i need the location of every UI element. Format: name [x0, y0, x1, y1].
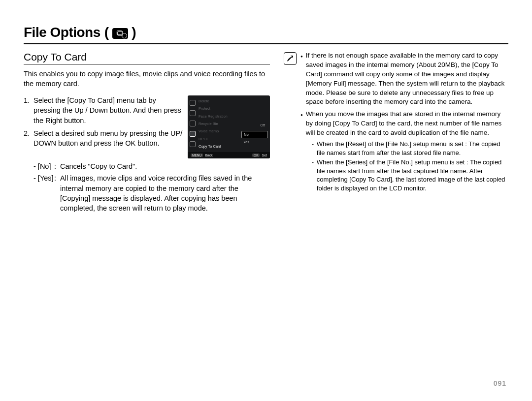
option-no: - [No] : Cancels "Copy to Card". — [24, 161, 270, 171]
lcd-submenu: No Yes — [241, 131, 268, 146]
lcd-back-label: Back — [205, 154, 213, 157]
lcd-menu-item: Voice memo — [199, 129, 238, 133]
page-title: File Options ( ) — [24, 25, 508, 40]
step-1: 1.Select the [Copy To Card] menu tab by … — [24, 95, 183, 125]
lcd-tab-icons — [188, 95, 198, 152]
lcd-footer: MENU Back OK Set — [188, 152, 270, 158]
lcd-ok-btn-icon: OK — [252, 154, 260, 157]
option-desc: Cancels "Copy to Card". — [60, 161, 270, 171]
lcd-tab-icon — [190, 131, 196, 137]
note-subtext: When the [Reset] of the [File No.] setup… — [317, 140, 508, 157]
section-heading: Copy To Card — [24, 51, 270, 63]
lcd-tab-icon — [190, 100, 196, 106]
lcd-menu-value: Off — [260, 123, 265, 127]
lcd-submenu-option-selected: No — [241, 131, 268, 138]
note-icon — [284, 52, 297, 65]
step-1-text: Select the [Copy To Card] menu tab by pr… — [33, 95, 183, 125]
title-rule — [24, 43, 508, 44]
note-subtext: When the [Series] of the [File No.] setu… — [317, 158, 508, 192]
note-body: If there is not enough space available i… — [300, 51, 508, 216]
option-desc: All images, movie clips and voice record… — [60, 173, 270, 213]
lcd-menu-item-active: Copy To Card — [199, 145, 238, 149]
option-tag: - [Yes] — [24, 173, 54, 213]
page-number: 091 — [494, 379, 506, 387]
lcd-menu-item: DPOF — [199, 137, 238, 141]
note-text: If there is not enough space available i… — [306, 51, 508, 107]
note-text: When you move the images that are stored… — [306, 110, 501, 136]
note-item: If there is not enough space available i… — [300, 51, 508, 107]
lcd-tab-icon — [190, 121, 196, 126]
note-subitem: When the [Series] of the [File No.] setu… — [312, 158, 508, 192]
option-tag: - [No] — [24, 161, 54, 171]
lcd-tab-icon — [190, 141, 196, 147]
lcd-set-label: Set — [262, 154, 267, 157]
lcd-menu-item: Protect — [199, 107, 238, 111]
lcd-tab-icon — [190, 110, 196, 116]
lcd-menu-list: Delete Protect Face Registration Recycle… — [199, 97, 238, 151]
page-title-paren: ( ) — [104, 25, 136, 40]
intro-text: This enables you to copy image files, mo… — [24, 69, 270, 89]
section-rule — [24, 64, 270, 64]
note-item: When you move the images that are stored… — [300, 110, 508, 193]
camera-lcd-screenshot: Delete Protect Face Registration Recycle… — [188, 95, 270, 158]
lcd-menu-item: Recycle Bin — [199, 122, 238, 126]
lcd-menu-item: Face Registration — [199, 115, 238, 119]
option-list: - [No] : Cancels "Copy to Card". - [Yes]… — [24, 161, 270, 213]
lcd-menu-btn-icon: MENU — [191, 154, 203, 157]
note-sublist: When the [Reset] of the [File No.] setup… — [306, 140, 508, 192]
lcd-submenu-option: Yes — [241, 139, 268, 145]
page-title-text: File Options — [24, 25, 100, 40]
step-list: 1.Select the [Copy To Card] menu tab by … — [24, 95, 183, 148]
step-2: 2.Select a desired sub menu by pressing … — [24, 128, 183, 149]
lcd-menu-item: Delete — [199, 99, 238, 103]
option-yes: - [Yes] : All images, movie clips and vo… — [24, 173, 270, 213]
note-subitem: When the [Reset] of the [File No.] setup… — [312, 140, 508, 157]
step-2-text: Select a desired sub menu by pressing th… — [33, 128, 183, 149]
file-options-icon — [112, 28, 128, 39]
